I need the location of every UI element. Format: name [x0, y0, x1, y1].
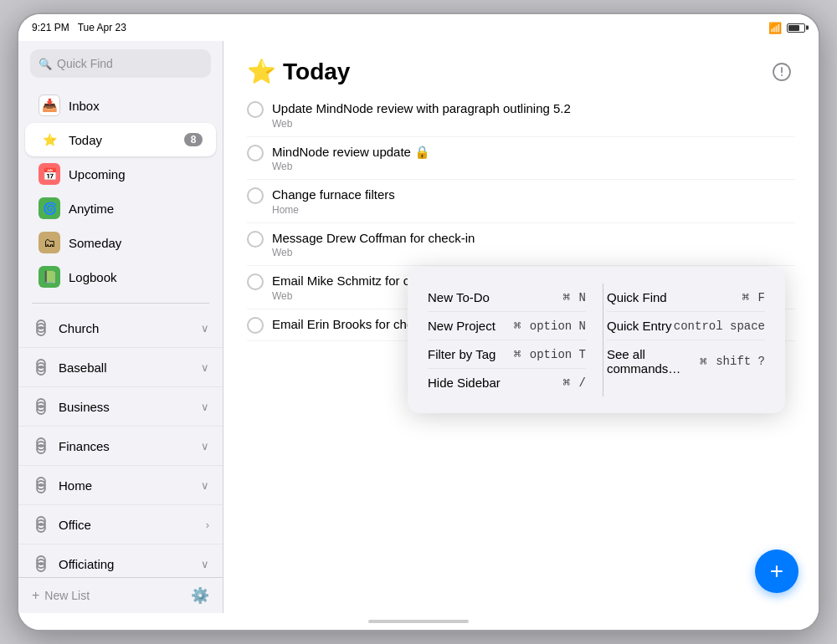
task-checkbox-3[interactable] [247, 187, 264, 204]
status-bar-right: 📶 [768, 22, 805, 34]
office-label: Office [59, 518, 198, 532]
task-tag-3: Home [272, 204, 795, 216]
sidebar-item-church[interactable]: Church ∨ [18, 309, 223, 348]
shortcut-quick-find-keys: ⌘ F [742, 290, 765, 304]
shortcut-hide-sidebar-keys: ⌘ / [563, 376, 586, 390]
task-content-1: Update MindNode review with paragraph ou… [272, 100, 795, 130]
add-task-button[interactable]: + [755, 549, 798, 593]
shortcut-col-right: Quick Find ⌘ F Quick Entry control space… [597, 284, 765, 396]
wifi-icon: 📶 [768, 22, 782, 34]
search-placeholder: Quick Find [57, 57, 113, 70]
home-layers-icon [32, 476, 50, 494]
baseball-chevron-icon: ∨ [201, 361, 209, 374]
task-title-3: Change furnace filters [272, 187, 795, 203]
plus-icon: + [32, 588, 39, 603]
sidebar-item-anytime[interactable]: 🌀 Anytime [25, 192, 216, 225]
new-list-button[interactable]: + New List [32, 588, 90, 603]
anytime-label: Anytime [69, 202, 203, 216]
task-checkbox-6[interactable] [247, 317, 264, 334]
inbox-label: Inbox [69, 99, 203, 113]
sidebar-item-baseball[interactable]: Baseball ∨ [18, 348, 223, 387]
sidebar-item-home[interactable]: Home ∨ [18, 466, 223, 505]
sidebar-item-officiating[interactable]: Officiating ∨ [18, 544, 223, 577]
task-title-2: MindNode review update 🔒 [272, 144, 795, 161]
upcoming-label: Upcoming [69, 167, 203, 181]
task-item: Update MindNode review with paragraph ou… [247, 94, 795, 137]
shortcut-quick-entry-label: Quick Entry [607, 319, 672, 333]
sidebar-item-upcoming[interactable]: 📅 Upcoming [25, 157, 216, 191]
cmd-symbol: ⌘ [514, 347, 521, 361]
shortcut-quick-entry-keys: control space [674, 319, 765, 333]
sidebar-divider [32, 303, 209, 304]
new-list-label: New List [44, 589, 90, 602]
sidebar-item-someday[interactable]: 🗂 Someday [25, 226, 216, 259]
sidebar-item-finances[interactable]: Finances ∨ [18, 427, 223, 466]
cmd-symbol: ⌘ [563, 290, 570, 304]
app-container: 🔍 Quick Find 📥 Inbox ⭐ Today 8 📅 Upcomin… [18, 41, 819, 613]
logbook-label: Logbook [69, 270, 203, 284]
home-chevron-icon: ∨ [201, 479, 209, 492]
shortcut-row-new-project: New Project ⌘ option N [428, 312, 586, 340]
task-checkbox-4[interactable] [247, 231, 264, 248]
business-chevron-icon: ∨ [201, 401, 209, 413]
status-time: 9:21 PM [32, 22, 69, 33]
shortcut-overlay: New To-Do ⌘ N New Project ⌘ option N [408, 267, 785, 413]
sidebar-item-inbox[interactable]: 📥 Inbox [25, 89, 216, 122]
office-layers-icon [32, 515, 50, 534]
cmd-symbol: ⌘ [563, 376, 570, 390]
baseball-label: Baseball [59, 360, 193, 375]
finances-chevron-icon: ∨ [201, 440, 209, 452]
main-content: ⭐ Today Update MindNode review with [223, 41, 819, 613]
inbox-icon: 📥 [39, 95, 60, 116]
status-bar: 9:21 PM Tue Apr 23 📶 [18, 14, 819, 41]
sidebar-footer: + New List ⚙️ [18, 577, 223, 613]
shortcut-all-commands-keys: ⌘ shift ? [700, 355, 765, 369]
sidebar-sections: Church ∨ Baseball ∨ [18, 309, 223, 577]
home-indicator [18, 613, 819, 630]
sidebar-item-business[interactable]: Business ∨ [18, 387, 223, 427]
task-checkbox-5[interactable] [247, 273, 264, 290]
settings-button[interactable]: ⚙️ [191, 586, 209, 605]
task-tag-4: Web [272, 247, 795, 258]
church-layers-icon [32, 319, 50, 337]
header-options-button[interactable] [768, 59, 795, 85]
task-content-3: Change furnace filters Home [272, 187, 795, 216]
finances-layers-icon [32, 437, 50, 455]
someday-label: Someday [69, 236, 203, 250]
home-bar [368, 620, 469, 623]
shortcut-filter-tag-label: Filter by Tag [428, 347, 496, 361]
today-badge: 8 [184, 133, 203, 146]
shortcut-new-project-label: New Project [428, 319, 496, 333]
sidebar-item-today[interactable]: ⭐ Today 8 [25, 123, 216, 156]
page-title: ⭐ Today [247, 58, 350, 85]
officiating-label: Officiating [59, 557, 193, 571]
sidebar-nav: 📥 Inbox ⭐ Today 8 📅 Upcoming 🌀 Anytime [18, 84, 223, 298]
baseball-layers-icon [32, 358, 50, 376]
task-content-4: Message Drew Coffman for check-in Web [272, 230, 795, 259]
shortcut-all-commands-label: See all commands… [607, 347, 700, 376]
officiating-chevron-icon: ∨ [201, 558, 209, 570]
shortcut-row-filter-tag: Filter by Tag ⌘ option T [428, 340, 586, 369]
page-title-icon: ⭐ [247, 58, 276, 85]
sidebar-search[interactable]: 🔍 Quick Find [30, 49, 211, 78]
task-checkbox-1[interactable] [247, 101, 264, 118]
cmd-symbol: ⌘ [700, 355, 706, 369]
shortcut-col-left: New To-Do ⌘ N New Project ⌘ option N [428, 284, 596, 396]
officiating-layers-icon [32, 555, 50, 573]
shortcut-row-quick-entry: Quick Entry control space [607, 312, 765, 340]
office-chevron-icon: › [206, 519, 209, 531]
task-checkbox-2[interactable] [247, 145, 264, 161]
page-title-text: Today [283, 59, 350, 85]
church-chevron-icon: ∨ [201, 322, 209, 335]
sidebar-item-logbook[interactable]: 📗 Logbook [25, 260, 216, 294]
shortcut-quick-find-label: Quick Find [607, 290, 667, 304]
status-date: Tue Apr 23 [78, 22, 126, 33]
anytime-icon: 🌀 [39, 197, 60, 219]
task-tag-2: Web [272, 161, 795, 172]
battery-icon [787, 23, 805, 33]
shortcut-hide-sidebar-label: Hide Sidebar [428, 376, 501, 390]
shortcut-row-all-commands: See all commands… ⌘ shift ? [607, 340, 765, 382]
sidebar-item-office[interactable]: Office › [18, 505, 223, 544]
shortcut-new-project-keys: ⌘ option N [514, 319, 586, 333]
shortcut-row-hide-sidebar: Hide Sidebar ⌘ / [428, 369, 586, 396]
